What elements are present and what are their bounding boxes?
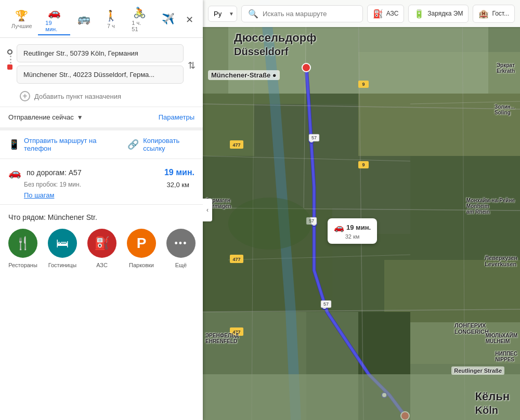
svg-text:477: 477 [232,142,240,148]
departure-chevron: ▼ [77,114,83,121]
params-button[interactable]: Параметры [159,113,194,121]
copy-link-button[interactable]: 🔗 Копировать ссылку [127,137,194,152]
destination-dot [7,64,12,70]
gas-filter-label: АЗС [386,10,399,17]
departure-row: Отправление сейчас ▼ Параметры [0,107,203,127]
send-label: Отправить маршрут на телефон [24,137,112,152]
departure-label: Отправление сейчас [8,113,74,121]
parking-label: Парковки [129,262,154,268]
route-card: 🚗 по дорогам: А57 19 мин. Без пробок: 19… [0,159,203,204]
svg-rect-33 [203,374,520,420]
add-destination-label: Добавить пункт назначения [34,93,121,100]
no-traffic-label: Без пробок: 19 мин. [24,181,81,188]
svg-text:9: 9 [362,82,365,87]
departure-left[interactable]: Отправление сейчас ▼ [8,113,83,121]
ev-filter-button[interactable]: 🔋 Зарядка ЭМ [408,5,469,23]
bubble-distance: 32 км [345,233,360,240]
route-time: 19 мин. [164,168,194,177]
hotels-label: Гостиницы [48,262,76,268]
best-icon: 🏆 [15,9,28,22]
share-row: 📱 Отправить маршрут на телефон 🔗 Копиров… [0,130,203,159]
tab-bike[interactable]: 🚴 1 ч. 51 [124,4,154,35]
add-icon: + [20,91,30,101]
tab-car[interactable]: 🚗 19 мин. [38,4,70,35]
route-header-left: 🚗 по дорогам: А57 [8,166,82,179]
bubble-time: 19 мин. [346,224,371,231]
route-details: Без пробок: 19 мин. 32,0 км [8,181,194,188]
gas-icon: ⛽ [87,229,116,258]
nearby-section: Что рядом: Münchener Str. 🍴 Рестораны 🛏 … [0,205,203,272]
bike-icon: 🚴 [133,6,146,19]
route-distance: 32,0 км [166,181,189,189]
tab-car-label: 19 мин. [45,20,63,32]
nearby-hotels[interactable]: 🛏 Гостиницы [48,229,77,268]
svg-text:9: 9 [362,162,365,167]
tab-transit[interactable]: 🚌 [70,10,97,29]
tab-flight[interactable]: ✈️ [154,10,181,29]
destination-input[interactable] [17,65,184,84]
inputs-section: ⇅ [0,38,203,87]
copy-label: Копировать ссылку [143,137,194,152]
swap-button[interactable]: ⇅ [188,44,196,71]
nearby-parking[interactable]: P Парковки [127,229,156,268]
ev-filter-icon: 🔋 [414,9,424,19]
tab-bike-label: 1 ч. 51 [132,20,147,32]
hotels-icon: 🛏 [48,229,77,258]
close-button[interactable]: ✕ [181,12,198,28]
svg-text:57: 57 [311,135,317,140]
more-icon: ••• [166,229,196,258]
link-icon: 🔗 [127,139,139,150]
car-icon: 🚗 [48,6,61,19]
add-destination-row[interactable]: + Добавить пункт назначения [0,87,203,107]
step-by-step-button[interactable]: По шагам [8,191,194,199]
bubble-car-icon: 🚗 [334,222,344,232]
map-search-input[interactable] [263,10,356,18]
tab-walk-label: 7 ч [107,23,115,29]
map-area[interactable]: 57 57 57 477 477 477 9 9 Ру En ▼ 🔍 [203,0,520,420]
gas-filter-icon: ⛽ [373,9,383,19]
svg-text:477: 477 [232,257,240,262]
parking-icon: P [127,229,156,258]
left-panel: 🏆 Лучшие 🚗 19 мин. 🚌 🚶 7 ч 🚴 1 ч. 51 ✈️ … [0,0,203,420]
transit-icon: 🚌 [77,12,90,25]
origin-input[interactable] [17,44,184,62]
search-icon: 🔍 [248,9,258,19]
gas-filter-button[interactable]: ⛽ АЗС [367,5,405,23]
gas-label: АЗС [96,262,108,268]
svg-text:477: 477 [232,330,240,335]
walk-icon: 🚶 [105,9,118,22]
route-icons [7,44,12,70]
time-bubble: 🚗 19 мин. 32 км [328,218,377,244]
phone-icon: 📱 [8,139,20,150]
route-inputs [17,44,184,84]
flight-icon: ✈️ [162,12,175,25]
hotel-filter-label: Гост... [492,10,509,17]
map-background: 57 57 57 477 477 477 9 9 [203,0,520,420]
svg-point-11 [302,63,310,72]
nearby-gas[interactable]: ⛽ АЗС [87,229,116,268]
restaurants-label: Рестораны [8,262,37,268]
nearby-icons: 🍴 Рестораны 🛏 Гостиницы ⛽ АЗС P [8,229,194,268]
more-label: Ещё [175,262,187,268]
ev-filter-label: Зарядка ЭМ [427,10,463,17]
restaurants-icon: 🍴 [8,229,37,258]
route-via: по дорогам: А57 [27,168,82,177]
map-search-box[interactable]: 🔍 [241,5,363,22]
lang-select-wrapper[interactable]: Ру En ▼ [208,6,237,22]
svg-point-34 [228,198,311,250]
route-car-icon: 🚗 [8,166,21,179]
tab-best[interactable]: 🏆 Лучшие [5,7,38,32]
lang-select[interactable]: Ру En [208,6,237,22]
route-dots [8,56,11,63]
hotel-filter-icon: 🏨 [478,9,489,19]
map-topbar: Ру En ▼ 🔍 ⛽ АЗС 🔋 Зарядка ЭМ 🏨 Гост... [203,0,520,27]
send-to-phone-button[interactable]: 📱 Отправить маршрут на телефон [8,137,112,152]
collapse-panel-button[interactable]: ‹ [203,199,212,221]
tab-walk[interactable]: 🚶 7 ч [97,7,124,32]
nearby-restaurants[interactable]: 🍴 Рестораны [8,229,37,268]
origin-dot [7,49,12,55]
route-card-header: 🚗 по дорогам: А57 19 мин. [8,166,194,179]
hotel-filter-button[interactable]: 🏨 Гост... [473,5,515,23]
nearby-more[interactable]: ••• Ещё [166,229,196,268]
tab-best-label: Лучшие [11,23,32,29]
